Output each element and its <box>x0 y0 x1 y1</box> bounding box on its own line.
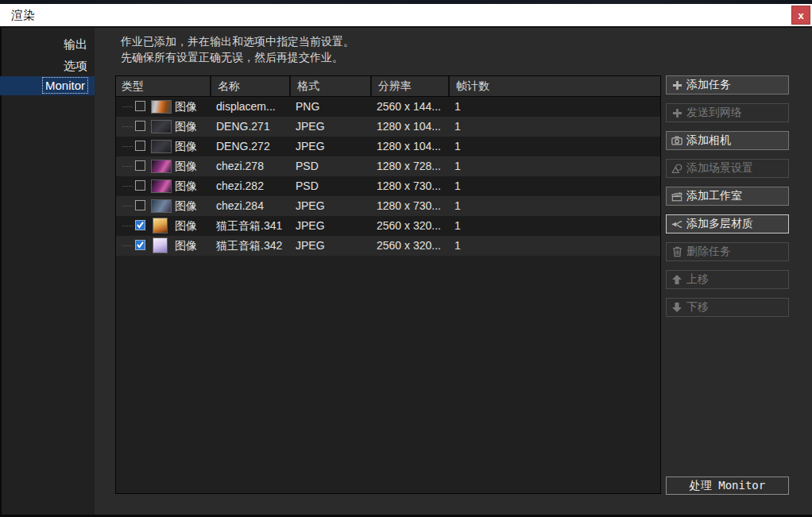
titlebar: 渲染 <box>0 4 812 26</box>
action-button-label: 删除任务 <box>686 245 731 259</box>
row-name: 猫王音箱.341 <box>216 216 282 236</box>
row-checkbox[interactable] <box>135 141 145 151</box>
row-checkbox[interactable] <box>135 240 145 250</box>
action-button-label: 添加相机 <box>686 133 731 148</box>
move-down-button[interactable]: 下移 <box>666 298 789 317</box>
delete-task-button[interactable]: 删除任务 <box>666 242 789 261</box>
table-row[interactable]: 图像chezi.282PSD1280 x 730...1 <box>116 176 660 196</box>
row-name: 猫王音箱.342 <box>216 236 282 256</box>
row-format: PSD <box>296 176 319 196</box>
row-framecount: 1 <box>454 196 461 216</box>
sidebar-item-output[interactable]: 输出 <box>0 35 95 54</box>
sidebar: 输出 选项 Monitor <box>0 28 95 515</box>
tree-line <box>122 226 133 226</box>
row-thumbnail <box>151 160 172 173</box>
row-framecount: 1 <box>454 156 461 176</box>
sidebar-item-label: 选项 <box>64 59 87 72</box>
table-row[interactable]: 图像chezi.284JPEG1280 x 730...1 <box>116 196 660 216</box>
tree-line <box>122 206 133 206</box>
trash-icon <box>671 245 683 258</box>
row-format: PSD <box>296 156 319 176</box>
column-header-type[interactable]: 类型 <box>116 76 210 96</box>
shapes-icon <box>671 162 683 175</box>
clapperboard-icon <box>671 190 683 203</box>
row-type-label: 图像 <box>175 156 197 176</box>
sidebar-item-label: 输出 <box>64 37 87 51</box>
row-framecount: 1 <box>454 97 461 117</box>
row-checkbox[interactable] <box>135 200 145 210</box>
row-resolution: 1280 x 730... <box>377 176 441 196</box>
table-row[interactable]: 图像DENG.271JPEG1280 x 104...1 <box>116 117 660 137</box>
row-name: chezi.284 <box>216 196 264 216</box>
tree-line <box>122 186 133 187</box>
table-row[interactable]: 图像DENG.272JPEG1280 x 104...1 <box>116 137 660 156</box>
camera-icon <box>671 134 683 147</box>
branch-icon <box>671 218 683 230</box>
table-row[interactable]: 图像chezi.278PSD1280 x 728...1 <box>116 156 660 176</box>
row-resolution: 2560 x 320... <box>377 216 441 236</box>
close-icon: x <box>798 10 803 21</box>
action-button-label: 添加多层材质 <box>686 217 753 231</box>
column-header-framecount[interactable]: 帧计数 <box>448 76 660 96</box>
titlebar-divider <box>0 26 812 28</box>
row-format: JPEG <box>296 196 325 216</box>
window-title: 渲染 <box>11 4 35 26</box>
row-thumbnail <box>151 120 172 133</box>
row-format: JPEG <box>296 216 325 236</box>
add-multilayer-material-button[interactable]: 添加多层材质 <box>666 214 789 233</box>
row-type-label: 图像 <box>175 137 197 156</box>
process-monitor-button[interactable]: 处理 Monitor <box>666 476 789 495</box>
row-type-label: 图像 <box>175 176 197 196</box>
column-header-format[interactable]: 格式 <box>289 76 370 96</box>
move-up-button[interactable]: 上移 <box>666 270 789 289</box>
column-header-resolution[interactable]: 分辨率 <box>370 76 448 96</box>
close-button[interactable]: x <box>791 6 810 25</box>
info-message-line1: 作业已添加，并在输出和选项中指定当前设置。 <box>121 33 354 49</box>
arrow-down-icon <box>671 301 683 314</box>
sidebar-item-monitor[interactable]: Monitor <box>0 76 95 95</box>
row-framecount: 1 <box>454 176 461 196</box>
arrow-up-icon <box>671 273 683 286</box>
row-thumbnail <box>153 237 168 253</box>
row-thumbnail <box>151 140 172 153</box>
row-name: DENG.271 <box>216 117 270 137</box>
row-resolution: 2560 x 144... <box>377 97 441 117</box>
send-to-network-button[interactable]: 发送到网络 <box>666 103 789 122</box>
row-type-label: 图像 <box>175 216 197 236</box>
row-name: displacem... <box>216 97 276 117</box>
row-checkbox[interactable] <box>135 101 145 111</box>
table-row[interactable]: 图像displacem...PNG2560 x 144...1 <box>116 97 660 117</box>
row-resolution: 1280 x 728... <box>377 156 441 176</box>
row-thumbnail <box>151 100 172 114</box>
column-header-name[interactable]: 名称 <box>210 76 289 96</box>
add-camera-button[interactable]: 添加相机 <box>666 131 789 150</box>
row-format: JPEG <box>296 236 325 256</box>
row-thumbnail <box>151 179 172 193</box>
row-framecount: 1 <box>454 117 461 137</box>
row-thumbnail <box>151 199 172 213</box>
info-message: 作业已添加，并在输出和选项中指定当前设置。 先确保所有设置正确无误，然后再提交作… <box>121 33 354 65</box>
action-button-label: 添加任务 <box>686 78 731 92</box>
tree-line <box>122 146 133 147</box>
action-button-label: 添加场景设置 <box>686 161 753 176</box>
row-framecount: 1 <box>454 137 461 156</box>
row-framecount: 1 <box>454 236 461 256</box>
row-type-label: 图像 <box>175 117 197 137</box>
row-checkbox[interactable] <box>135 160 145 171</box>
table-row[interactable]: 图像猫王音箱.342JPEG2560 x 320...1 <box>116 236 660 256</box>
add-scene-settings-button[interactable]: 添加场景设置 <box>666 159 789 178</box>
row-resolution: 1280 x 104... <box>377 117 441 137</box>
table-row[interactable]: 图像猫王音箱.341JPEG2560 x 320...1 <box>116 216 660 236</box>
row-checkbox[interactable] <box>135 121 145 131</box>
add-studio-button[interactable]: 添加工作室 <box>666 187 789 206</box>
row-name: chezi.278 <box>216 156 264 176</box>
row-resolution: 2560 x 320... <box>377 236 441 256</box>
sidebar-item-label: Monitor <box>43 78 87 93</box>
row-format: JPEG <box>296 137 325 156</box>
sidebar-item-options[interactable]: 选项 <box>0 56 95 75</box>
add-task-button[interactable]: 添加任务 <box>666 75 789 95</box>
row-format: PNG <box>296 97 319 117</box>
plus-icon <box>671 106 683 119</box>
row-checkbox[interactable] <box>135 180 145 191</box>
row-checkbox[interactable] <box>135 220 145 230</box>
